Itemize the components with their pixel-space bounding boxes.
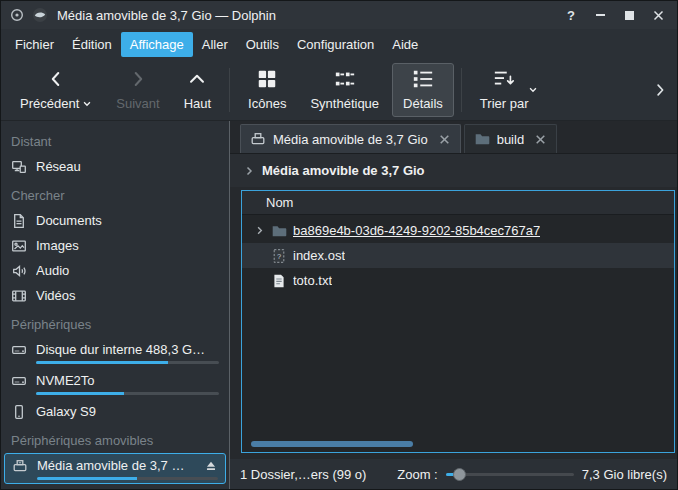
up-label: Haut bbox=[184, 96, 211, 111]
chevron-right-icon bbox=[651, 81, 669, 99]
toolbar-separator bbox=[229, 68, 230, 112]
forward-button[interactable]: Suivant bbox=[105, 63, 170, 117]
tab-close-icon[interactable] bbox=[534, 133, 547, 146]
minimize-button[interactable] bbox=[589, 5, 611, 25]
documents-icon bbox=[11, 213, 27, 229]
back-label: Précédent bbox=[20, 96, 79, 111]
file-row-toto-txt[interactable]: toto.txt bbox=[242, 268, 674, 293]
sidebar-item-nvme2to[interactable]: NVME2To bbox=[1, 368, 229, 399]
capacity-bar bbox=[36, 361, 219, 364]
sidebar-item-internal-disk[interactable]: Disque dur interne 488,3 G… bbox=[1, 337, 229, 368]
capacity-bar bbox=[36, 392, 219, 395]
smartphone-icon bbox=[11, 404, 27, 420]
images-icon bbox=[11, 238, 27, 254]
maximize-icon bbox=[625, 11, 634, 20]
details-view-label: Détails bbox=[403, 96, 443, 111]
sidebar-item-documents[interactable]: Documents bbox=[1, 208, 229, 233]
file-list: ba869e4b-03d6-4249-9202-85b4cec767a7 ? i… bbox=[242, 215, 674, 438]
tab-build[interactable]: build bbox=[464, 124, 557, 153]
folder-icon bbox=[474, 131, 490, 147]
audio-icon bbox=[11, 263, 27, 279]
icons-view-label: Icônes bbox=[248, 96, 286, 111]
titlebar[interactable]: Média amovible de 3,7 Gio — Dolphin ? bbox=[1, 1, 677, 29]
menubar: Fichier Édition Affichage Aller Outils C… bbox=[1, 29, 677, 59]
toolbar-overflow-button[interactable] bbox=[651, 81, 669, 99]
section-title-remote: Distant bbox=[1, 125, 229, 154]
window-pin-icon[interactable] bbox=[9, 7, 25, 23]
menu-aide[interactable]: Aide bbox=[383, 32, 427, 57]
chevron-left-icon bbox=[45, 68, 67, 93]
minimize-icon bbox=[596, 14, 605, 16]
free-space-label: 7,3 Gio libre(s) bbox=[582, 467, 667, 482]
details-view-icon bbox=[412, 68, 434, 93]
text-file-icon bbox=[271, 273, 287, 289]
details-view-button[interactable]: Détails bbox=[392, 63, 454, 117]
sort-by-button[interactable]: Trier par bbox=[469, 63, 540, 117]
help-button[interactable]: ? bbox=[560, 5, 582, 25]
sort-icon bbox=[493, 68, 515, 93]
maximize-button[interactable] bbox=[618, 5, 640, 25]
menu-fichier[interactable]: Fichier bbox=[6, 32, 63, 57]
close-button[interactable] bbox=[647, 5, 669, 25]
help-icon: ? bbox=[567, 8, 575, 23]
sidebar-item-videos[interactable]: Vidéos bbox=[1, 283, 229, 308]
dolphin-window: Média amovible de 3,7 Gio — Dolphin ? Fi… bbox=[0, 0, 678, 490]
sidebar-item-images[interactable]: Images bbox=[1, 233, 229, 258]
expand-chevron-icon[interactable] bbox=[254, 225, 265, 236]
caret-down-icon bbox=[528, 85, 538, 95]
column-header-nom[interactable]: Nom bbox=[242, 191, 674, 215]
horizontal-scrollbar[interactable] bbox=[245, 440, 671, 449]
videos-icon bbox=[11, 288, 27, 304]
tab-removable-media[interactable]: Média amovible de 3,7 Gio bbox=[240, 124, 461, 153]
statusbar: 1 Dossier,…ers (99 o) Zoom : 7,3 Gio lib… bbox=[230, 459, 677, 489]
caret-down-icon bbox=[82, 99, 92, 109]
items-summary: 1 Dossier,…ers (99 o) bbox=[240, 467, 366, 482]
compact-view-button[interactable]: Synthétique bbox=[299, 63, 390, 117]
sidebar-item-reseau[interactable]: Réseau bbox=[1, 154, 229, 179]
menu-affichage[interactable]: Affichage bbox=[121, 32, 193, 57]
forward-label: Suivant bbox=[116, 96, 159, 111]
up-button[interactable]: Haut bbox=[173, 63, 222, 117]
compact-view-label: Synthétique bbox=[310, 96, 379, 111]
compact-view-icon bbox=[334, 68, 356, 93]
tab-close-icon[interactable] bbox=[438, 133, 451, 146]
sidebar-item-galaxy-s9[interactable]: Galaxy S9 bbox=[1, 399, 229, 424]
toolbar-separator bbox=[461, 68, 462, 112]
folder-icon bbox=[271, 223, 287, 239]
zoom-label: Zoom : bbox=[397, 467, 437, 482]
sidebar-item-audio[interactable]: Audio bbox=[1, 258, 229, 283]
scrollbar-thumb[interactable] bbox=[251, 441, 413, 447]
close-icon bbox=[652, 9, 665, 22]
main-toolbar: Précédent Suivant Haut Icônes Synthétiqu… bbox=[1, 59, 677, 121]
menu-outils[interactable]: Outils bbox=[237, 32, 288, 57]
places-panel: Distant Réseau Chercher Documents Images… bbox=[1, 121, 230, 489]
menu-aller[interactable]: Aller bbox=[193, 32, 237, 57]
usb-drive-icon bbox=[12, 458, 28, 474]
breadcrumb: Média amovible de 3,7 Gio bbox=[230, 154, 677, 187]
icons-view-icon bbox=[256, 68, 278, 93]
tab-bar: Média amovible de 3,7 Gio build bbox=[230, 121, 677, 154]
menu-edition[interactable]: Édition bbox=[63, 32, 121, 57]
file-row-folder[interactable]: ba869e4b-03d6-4249-9202-85b4cec767a7 bbox=[242, 218, 674, 243]
breadcrumb-location[interactable]: Média amovible de 3,7 Gio bbox=[262, 163, 425, 178]
section-title-removable: Périphériques amovibles bbox=[1, 424, 229, 453]
file-row-index-ost[interactable]: ? index.ost bbox=[242, 243, 674, 268]
sidebar-item-removable-media[interactable]: Média amovible de 3,7 … bbox=[4, 453, 226, 484]
chevron-right-icon bbox=[127, 68, 149, 93]
capacity-bar bbox=[37, 477, 218, 480]
harddisk-icon bbox=[11, 342, 27, 358]
chevron-up-icon bbox=[186, 68, 208, 93]
network-icon bbox=[11, 159, 27, 175]
icons-view-button[interactable]: Icônes bbox=[237, 63, 297, 117]
usb-drive-icon bbox=[250, 131, 266, 147]
dolphin-app-icon[interactable] bbox=[32, 7, 48, 23]
file-view: Nom ba869e4b-03d6-4249-9202-85b4cec767a7… bbox=[241, 190, 675, 453]
zoom-slider[interactable] bbox=[446, 467, 574, 482]
eject-icon bbox=[204, 459, 218, 473]
chevron-right-icon[interactable] bbox=[243, 165, 255, 177]
section-title-devices: Périphériques bbox=[1, 308, 229, 337]
eject-button[interactable] bbox=[204, 459, 218, 473]
zoom-slider-handle[interactable] bbox=[453, 468, 466, 481]
back-button[interactable]: Précédent bbox=[9, 63, 103, 117]
menu-configuration[interactable]: Configuration bbox=[288, 32, 383, 57]
